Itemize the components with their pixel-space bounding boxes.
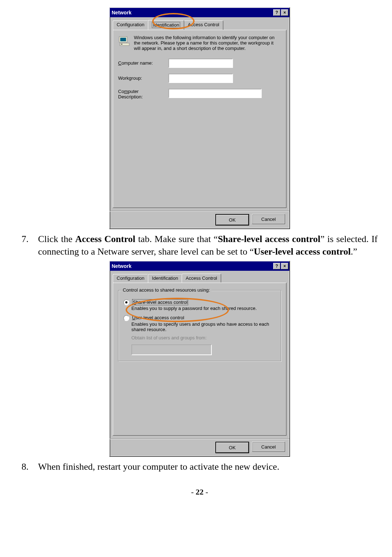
tab-strip: Configuration Identification Access Cont… bbox=[110, 17, 289, 30]
help-button[interactable]: ? bbox=[273, 9, 280, 16]
dialog-button-bar: OK Cancel bbox=[110, 438, 289, 456]
identification-description: Windows uses the following information t… bbox=[134, 35, 281, 51]
svg-rect-3 bbox=[121, 44, 122, 45]
computer-description-label: ComputerDescription: bbox=[118, 89, 168, 99]
tab-panel: Windows uses the following information t… bbox=[113, 30, 286, 208]
share-level-description: Enables you to supply a password for eac… bbox=[131, 306, 276, 311]
computer-description-input[interactable] bbox=[168, 89, 262, 98]
tab-strip: Configuration Identification Access Cont… bbox=[110, 271, 289, 283]
title-bar: Network ? × bbox=[110, 261, 289, 271]
step-body: When finished, restart your computer to … bbox=[38, 460, 378, 473]
close-button[interactable]: × bbox=[281, 263, 288, 269]
help-button[interactable]: ? bbox=[273, 263, 280, 269]
step-8: 8. When finished, restart your computer … bbox=[22, 460, 378, 473]
obtain-list-input bbox=[131, 344, 212, 355]
tab-identification[interactable]: Identification bbox=[148, 20, 184, 30]
access-control-group: Control access to shared resources using… bbox=[118, 290, 281, 361]
tab-configuration[interactable]: Configuration bbox=[113, 274, 148, 283]
dialog-button-bar: OK Cancel bbox=[110, 211, 289, 228]
close-icon: × bbox=[283, 10, 286, 15]
close-button[interactable]: × bbox=[281, 9, 288, 16]
group-legend: Control access to shared resources using… bbox=[121, 287, 211, 293]
computer-icon bbox=[118, 35, 130, 47]
svg-rect-1 bbox=[120, 38, 126, 41]
tab-access-control[interactable]: Access Control bbox=[182, 274, 221, 283]
network-dialog-identification: Network ? × Configuration Identification… bbox=[109, 7, 290, 229]
ok-button[interactable]: OK bbox=[215, 214, 249, 226]
tab-configuration[interactable]: Configuration bbox=[113, 20, 148, 30]
window-title: Network bbox=[111, 10, 272, 15]
radio-icon bbox=[123, 300, 129, 305]
cancel-button[interactable]: Cancel bbox=[252, 442, 285, 452]
window-title: Network bbox=[111, 263, 272, 269]
tab-access-control[interactable]: Access Control bbox=[184, 20, 223, 30]
step-body: Click the Access Control tab. Make sure … bbox=[38, 233, 378, 258]
share-level-radio[interactable]: Share-level access control bbox=[123, 299, 276, 305]
computer-name-input[interactable] bbox=[168, 59, 233, 68]
cancel-button[interactable]: Cancel bbox=[252, 214, 285, 224]
workgroup-label: Workgroup: bbox=[118, 75, 168, 81]
question-icon: ? bbox=[275, 264, 278, 269]
user-level-description: Enables you to specify users and groups … bbox=[131, 322, 276, 333]
step-7: 7. Click the Access Control tab. Make su… bbox=[22, 233, 378, 258]
share-level-label: Share-level access control bbox=[132, 299, 188, 305]
computer-name-label: Computer name: bbox=[118, 60, 168, 66]
question-icon: ? bbox=[275, 10, 278, 15]
tab-panel: Control access to shared resources using… bbox=[113, 283, 286, 436]
radio-icon bbox=[123, 315, 129, 321]
obtain-list-label: Obtain list of users and groups from: bbox=[131, 335, 276, 341]
page-footer: - 22 - bbox=[22, 487, 378, 497]
step-number: 7. bbox=[22, 233, 38, 258]
user-level-label: User-level access control bbox=[132, 315, 184, 320]
user-level-radio[interactable]: User-level access control bbox=[123, 315, 276, 321]
close-icon: × bbox=[283, 264, 286, 269]
title-bar: Network ? × bbox=[110, 8, 289, 17]
network-dialog-access-control: Network ? × Configuration Identification… bbox=[109, 261, 290, 457]
step-number: 8. bbox=[22, 460, 38, 473]
tab-identification[interactable]: Identification bbox=[148, 274, 182, 283]
ok-button[interactable]: OK bbox=[215, 442, 249, 453]
workgroup-input[interactable] bbox=[168, 74, 233, 83]
